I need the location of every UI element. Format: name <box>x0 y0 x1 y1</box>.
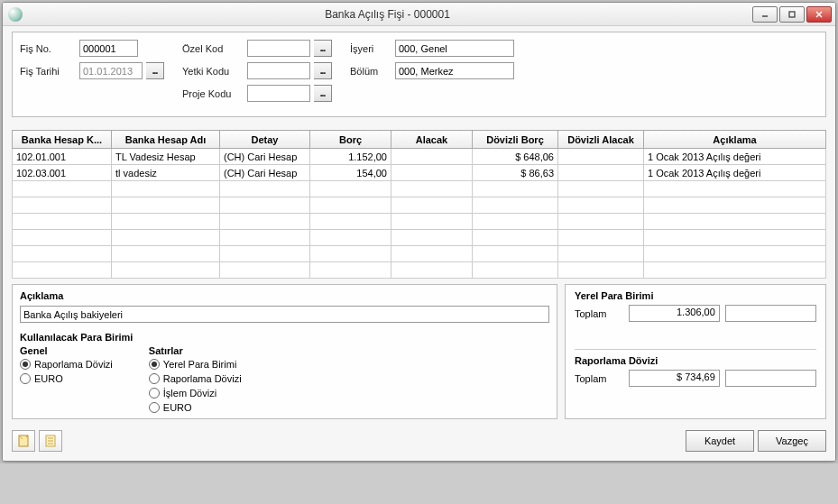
currency-group-label: Kullanılacak Para Birimi <box>20 332 549 343</box>
fis-tarihi-input[interactable] <box>79 62 143 79</box>
minimize-button[interactable] <box>752 6 778 23</box>
col-hesap-adi[interactable]: Banka Hesap Adı <box>112 131 220 149</box>
ozel-kod-input[interactable] <box>247 40 310 57</box>
table-row[interactable]: 102.03.001 tl vadesiz (CH) Cari Hesap 15… <box>13 165 826 181</box>
col-detay[interactable]: Detay <box>220 131 310 149</box>
app-icon <box>8 7 23 22</box>
radio-satir-yerel[interactable]: Yerel Para Birimi <box>149 359 242 370</box>
left-bottom-panel: Açıklama Kullanılacak Para Birimi Genel … <box>12 284 557 419</box>
col-dovizli-borc[interactable]: Dövizli Borç <box>473 131 558 149</box>
note-icon-button[interactable] <box>12 430 35 452</box>
data-grid[interactable]: Banka Hesap K... Banka Hesap Adı Detay B… <box>12 130 826 279</box>
col-dovizli-alacak[interactable]: Dövizli Alacak <box>558 131 644 149</box>
cancel-button[interactable]: Vazgeç <box>758 430 826 452</box>
radio-satir-raporlama[interactable]: Raporlama Dövizi <box>149 373 242 384</box>
fis-tarihi-label: Fiş Tarihi <box>20 66 76 77</box>
radio-satir-euro[interactable]: EURO <box>149 402 242 413</box>
yetki-kodu-picker[interactable]: ... <box>314 62 332 79</box>
table-row-empty[interactable] <box>13 181 826 197</box>
totals-panel: Yerel Para Birimi Toplam 1.306,00 Raporl… <box>565 284 826 419</box>
date-picker-button[interactable]: ... <box>146 62 164 79</box>
window-title: Banka Açılış Fişi - 000001 <box>23 8 752 21</box>
yetki-kodu-label: Yetki Kodu <box>182 66 244 77</box>
titlebar: Banka Açılış Fişi - 000001 <box>3 3 835 26</box>
table-row-empty[interactable] <box>13 230 826 246</box>
fis-no-label: Fiş No. <box>20 43 76 54</box>
rapor-total-2 <box>725 370 816 387</box>
yetki-kodu-input[interactable] <box>247 62 310 79</box>
isyeri-label: İşyeri <box>350 43 391 54</box>
bolum-select[interactable] <box>395 62 514 79</box>
radio-genel-euro[interactable]: EURO <box>20 373 113 384</box>
fis-no-input[interactable] <box>79 40 138 57</box>
genel-label: Genel <box>20 345 113 356</box>
col-hesap-kod[interactable]: Banka Hesap K... <box>13 131 112 149</box>
toplam-label-2: Toplam <box>575 373 623 384</box>
col-aciklama[interactable]: Açıklama <box>644 131 826 149</box>
proje-kodu-label: Proje Kodu <box>182 88 244 99</box>
header-panel: Fiş No. Fiş Tarihi ... Özel Kod ... Yetk… <box>12 32 826 117</box>
yerel-title: Yerel Para Birimi <box>575 290 816 301</box>
toplam-label-1: Toplam <box>575 308 623 319</box>
table-row[interactable]: 102.01.001 TL Vadesiz Hesap (CH) Cari He… <box>13 149 826 165</box>
isyeri-select[interactable] <box>395 40 514 57</box>
aciklama-input[interactable] <box>20 306 549 323</box>
svg-rect-1 <box>789 12 795 17</box>
proje-kodu-picker[interactable]: ... <box>314 85 332 102</box>
satirlar-label: Satırlar <box>149 345 242 356</box>
table-row-empty[interactable] <box>13 262 826 279</box>
yerel-total: 1.306,00 <box>629 305 720 322</box>
yerel-total-2 <box>725 305 816 322</box>
ozel-kod-label: Özel Kod <box>182 43 244 54</box>
table-row-empty[interactable] <box>13 246 826 262</box>
bolum-label: Bölüm <box>350 66 391 77</box>
maximize-button[interactable] <box>779 6 805 23</box>
rapor-title: Raporlama Dövizi <box>575 355 816 366</box>
window: Banka Açılış Fişi - 000001 Fiş No. Fiş T… <box>2 2 836 462</box>
proje-kodu-input[interactable] <box>247 85 310 102</box>
radio-genel-raporlama[interactable]: Raporlama Dövizi <box>20 359 113 370</box>
col-alacak[interactable]: Alacak <box>391 131 473 149</box>
close-button[interactable] <box>806 6 832 23</box>
aciklama-label: Açıklama <box>20 290 549 301</box>
table-row-empty[interactable] <box>13 197 826 214</box>
col-borc[interactable]: Borç <box>310 131 391 149</box>
radio-satir-islem[interactable]: İşlem Dövizi <box>149 388 242 399</box>
ozel-kod-picker[interactable]: ... <box>314 40 332 57</box>
table-row-empty[interactable] <box>13 214 826 230</box>
save-button[interactable]: Kaydet <box>686 430 754 452</box>
doc-icon-button[interactable] <box>39 430 62 452</box>
footer: Kaydet Vazgeç <box>12 430 826 452</box>
rapor-total: $ 734,69 <box>629 370 720 387</box>
